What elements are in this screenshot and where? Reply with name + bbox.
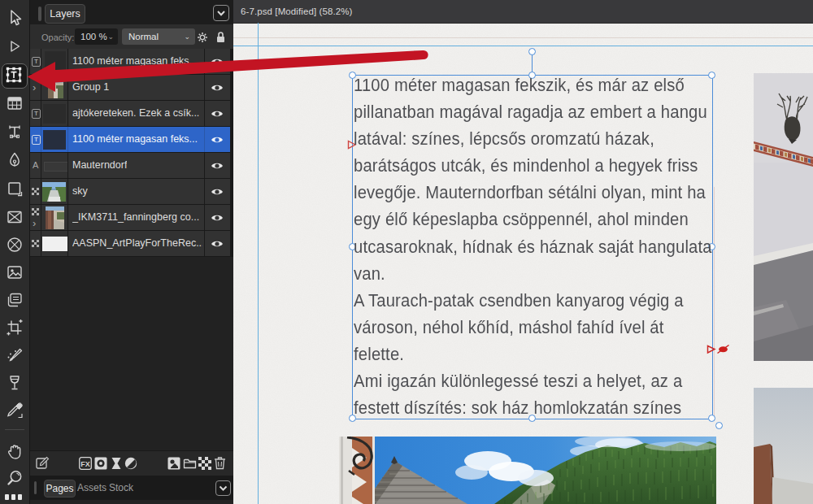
svg-text:FX: FX	[80, 460, 90, 468]
